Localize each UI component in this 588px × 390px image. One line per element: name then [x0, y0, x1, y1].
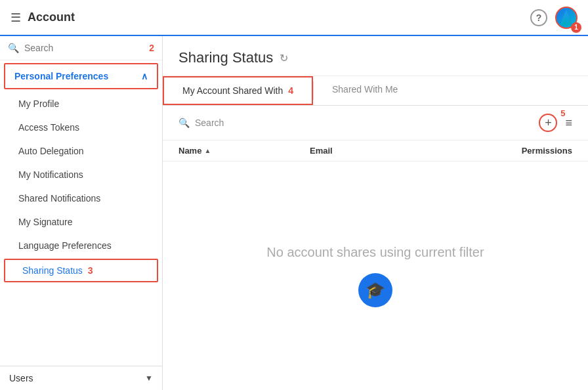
hamburger-icon[interactable]: ☰ — [10, 11, 21, 25]
sidebar-item-auto-delegation[interactable]: Auto Delegation — [0, 139, 162, 163]
sidebar-item-access-tokens[interactable]: Access Tokens — [0, 116, 162, 139]
avatar-badge: 1 — [571, 22, 581, 33]
sidebar-item-my-signature[interactable]: My Signature — [0, 210, 162, 234]
sidebar-search-bar[interactable]: 🔍 2 — [0, 36, 162, 60]
tab-badge-4: 4 — [288, 85, 293, 96]
sidebar-search-badge: 2 — [149, 43, 154, 53]
empty-message: No account shares using current filter — [266, 245, 484, 260]
main-layout: 🔍 2 Personal Preferences ∧ My Profile Ac… — [0, 36, 588, 390]
sidebar-item-sharing-status[interactable]: Sharing Status 3 — [4, 259, 158, 282]
content-area: Sharing Status ↻ My Account Shared With … — [163, 36, 588, 390]
content-search-icon: 🔍 — [178, 118, 190, 128]
sidebar-section-personal-preferences[interactable]: Personal Preferences ∧ — [4, 63, 158, 89]
section-header-label: Personal Preferences — [14, 71, 108, 81]
sidebar-item-my-notifications[interactable]: My Notifications — [0, 163, 162, 186]
menu-icon[interactable]: ≡ — [565, 116, 572, 130]
content-search-right: + 5 ≡ — [539, 114, 572, 132]
sidebar-badge-3: 3 — [88, 265, 93, 276]
content-search-placeholder: Search — [195, 118, 224, 128]
tab-my-account-shared-with[interactable]: My Account Shared With 4 — [163, 76, 313, 105]
sidebar-item-my-profile[interactable]: My Profile — [0, 92, 162, 116]
content-title: Sharing Status — [178, 49, 273, 66]
sidebar-search-icon: 🔍 — [8, 43, 19, 53]
tab-shared-with-me[interactable]: Shared With Me — [314, 76, 416, 105]
topbar-left: ☰ Account — [10, 11, 75, 25]
add-badge-5: 5 — [560, 108, 565, 118]
add-share-button[interactable]: + 5 — [539, 114, 557, 132]
refresh-icon[interactable]: ↻ — [280, 52, 288, 64]
sidebar-bottom[interactable]: Users ▼ — [0, 366, 162, 390]
content-search-left[interactable]: 🔍 Search — [178, 118, 224, 128]
graduation-cap-icon: 🎓 — [366, 281, 385, 299]
content-search-bar: 🔍 Search + 5 ≡ — [163, 106, 588, 141]
sidebar-item-shared-notifications[interactable]: Shared Notifications — [0, 186, 162, 210]
table-header: Name ▲ Email Permissions — [163, 141, 588, 162]
sidebar-scroll: Personal Preferences ∧ My Profile Access… — [0, 60, 162, 366]
col-name[interactable]: Name ▲ — [178, 146, 310, 156]
sidebar-item-language-preferences[interactable]: Language Preferences — [0, 234, 162, 257]
col-permissions: Permissions — [441, 146, 572, 156]
content-header: Sharing Status ↻ — [163, 36, 588, 76]
col-email: Email — [310, 146, 441, 156]
tabs-bar: My Account Shared With 4 Shared With Me — [163, 76, 588, 106]
add-icon: + — [545, 116, 552, 130]
learn-more-button[interactable]: 🎓 — [358, 273, 392, 307]
topbar-title: Account — [28, 11, 75, 24]
empty-state: No account shares using current filter 🎓 — [163, 162, 588, 390]
sort-icon: ▲ — [204, 147, 211, 154]
chevron-up-icon: ∧ — [141, 71, 148, 81]
tab-shared-with-me-label: Shared With Me — [332, 84, 398, 95]
topbar: ☰ Account ? 1 — [0, 0, 588, 36]
sidebar-bottom-label: Users — [9, 373, 33, 383]
avatar-image — [560, 10, 573, 26]
help-icon[interactable]: ? — [530, 9, 547, 26]
avatar[interactable]: 1 — [555, 7, 578, 29]
topbar-right: ? 1 — [530, 7, 578, 29]
sidebar-bottom-arrow-icon: ▼ — [145, 374, 153, 383]
sidebar-item-sharing-status-label: Sharing Status — [22, 265, 83, 276]
tab-my-account-label: My Account Shared With — [182, 85, 283, 96]
sidebar-search-input[interactable] — [24, 43, 141, 53]
sidebar: 🔍 2 Personal Preferences ∧ My Profile Ac… — [0, 36, 163, 390]
